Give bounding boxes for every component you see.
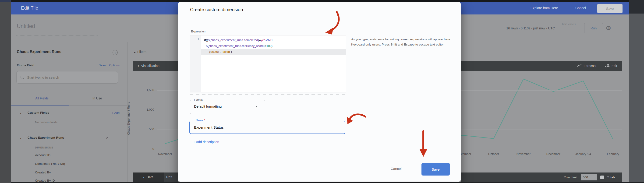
desktop-right-strip (629, 14, 644, 183)
code-line-3: "passed", "failed") (208, 49, 232, 54)
name-field-value: Experiment Status (194, 125, 224, 130)
editor-resize-grip[interactable] (190, 94, 346, 95)
custom-fields-group[interactable]: Custom Fields (28, 111, 49, 114)
expression-code-editor[interactable]: 1 if((${chaos_experiment_runs.completed}… (190, 35, 346, 92)
row-limit-label: Row Limit (564, 176, 577, 179)
tile-title-input[interactable]: Untitled (17, 23, 35, 30)
expression-assistance-text: As you type, assistance for writing corr… (351, 37, 461, 47)
field-item[interactable]: Created By (35, 171, 51, 174)
tab-all-fields[interactable]: All Fields (35, 96, 48, 100)
chevron-down-icon: ▾ (143, 176, 144, 179)
edit-viz-button[interactable]: Edit (605, 64, 617, 68)
active-tab-underline (11, 105, 69, 106)
modal-title: Create custom dimension (190, 7, 243, 12)
search-icon (20, 76, 24, 79)
modal-save-button[interactable]: Save (422, 163, 450, 176)
create-custom-dimension-modal: Create custom dimension Expression 1 if(… (178, 2, 461, 182)
visualization-toolbar: Forecast Edit (461, 61, 622, 71)
tab-in-use[interactable]: In Use (92, 96, 102, 100)
add-custom-field-link[interactable]: + Add (96, 111, 120, 114)
gear-icon[interactable]: ⚙ (606, 24, 611, 32)
titlebar-cancel-button[interactable]: Cancel (575, 6, 586, 10)
forecast-button[interactable]: Forecast (577, 64, 596, 68)
row-limit-input[interactable]: 500 (581, 174, 597, 180)
desktop-right-top-strip (629, 0, 644, 14)
no-custom-fields-text: No custom fields (35, 120, 58, 124)
titlebar-save-button[interactable]: Save (597, 4, 622, 13)
find-a-field-label: Find a Field (17, 64, 34, 67)
totals-label: Totals (607, 176, 615, 179)
row-limit-bar: Row Limit 500 Totals (461, 172, 622, 182)
modal-cancel-button[interactable]: Cancel (391, 167, 402, 171)
chevron-right-icon: ▸ (134, 51, 136, 54)
expression-label: Expression (191, 30, 206, 33)
format-selected-value: Default formatting (194, 104, 222, 108)
text-cursor (224, 125, 224, 129)
tab-results-partial[interactable]: Res (166, 175, 172, 179)
line-number: 1 (190, 37, 199, 40)
tile-title-underline (16, 35, 98, 36)
desktop-bottom-strip (11, 182, 644, 183)
filters-section-toggle[interactable]: ▸ Filters (134, 50, 146, 54)
field-item[interactable]: Account ID (35, 153, 50, 157)
screenshot-root: Edit Tile Explore from Here Cancel Save … (0, 0, 644, 183)
tune-icon (605, 64, 610, 68)
field-item[interactable]: Created By ID (35, 179, 55, 182)
view-group-count: 2 (100, 136, 108, 140)
code-line-1: if((${chaos_experiment_runs.completed}=y… (204, 37, 272, 43)
format-label: Format (193, 98, 204, 101)
search-options-link[interactable]: Search Options (84, 64, 120, 67)
chevron-down-icon: ▼ (255, 105, 258, 108)
desktop-left-strip (0, 2, 11, 183)
name-label: Name * (194, 119, 206, 122)
editor-gutter: 1 (190, 36, 201, 92)
chevron-down-icon: ▾ (138, 64, 139, 68)
dimensions-section-label: DIMENSIONS (35, 146, 53, 149)
field-item[interactable]: Completed (Yes / No) (35, 162, 65, 166)
required-asterisk: * (204, 119, 205, 122)
tab-data[interactable]: ▾Data (133, 172, 164, 182)
explore-from-here-link[interactable]: Explore from Here (530, 6, 558, 10)
forecast-icon (577, 64, 582, 68)
run-button[interactable]: Run (584, 23, 603, 34)
view-group-label[interactable]: Chaos Experiment Runs (28, 136, 64, 139)
code-line-2: ${chaos_experiment_runs.resiliency_score… (206, 43, 274, 49)
visualization-section-toggle[interactable]: ▾ Visualization (133, 61, 178, 71)
sidebar-collapse-icon[interactable]: ‹ (112, 50, 118, 55)
chevron-down-icon[interactable]: ▾ (20, 137, 22, 140)
search-placeholder: Start typing to search (27, 76, 59, 79)
add-description-link[interactable]: + Add description (193, 140, 219, 144)
query-status-text: 16 rows · 0.113s · just now · UTC (468, 26, 555, 30)
sidebar-divider (127, 42, 128, 182)
window-title: Edit Tile (21, 5, 38, 11)
sidebar-explore-title: Chaos Experiment Runs (17, 50, 62, 54)
field-search-input[interactable]: Start typing to search (16, 71, 118, 84)
time-zone-label[interactable]: Time Zone ▾ (548, 23, 576, 26)
desktop-top-strip (0, 0, 644, 2)
totals-checkbox[interactable] (600, 176, 604, 179)
chevron-down-icon[interactable]: ▾ (20, 112, 22, 115)
